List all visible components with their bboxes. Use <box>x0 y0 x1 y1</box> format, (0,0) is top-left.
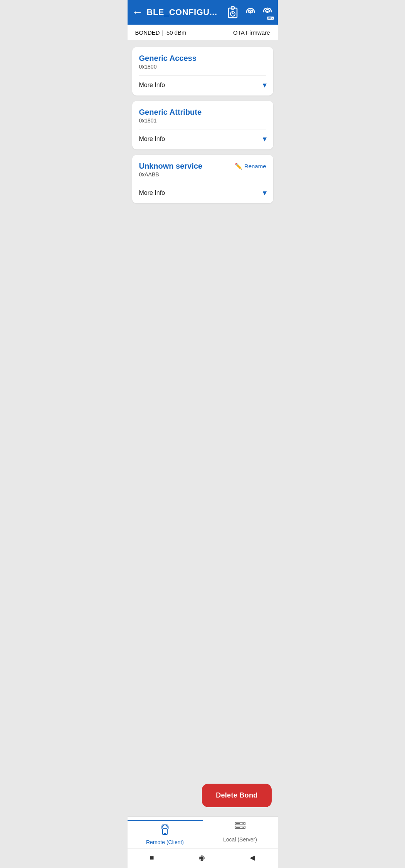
system-square-button[interactable]: ■ <box>150 854 154 862</box>
service-uuid: 0x1801 <box>139 117 202 124</box>
chevron-down-icon: ▾ <box>263 81 266 89</box>
service-title-block: Generic Access 0x1800 <box>139 54 197 70</box>
system-back-button[interactable]: ◀ <box>250 853 255 862</box>
service-name: Generic Attribute <box>139 108 202 117</box>
nav-label-remote: Remote (Client) <box>146 839 184 845</box>
top-bar: ← BLE_CONFIGU... <box>128 0 278 25</box>
service-uuid: 0x1800 <box>139 64 197 70</box>
service-card-generic-attribute: Generic Attribute 0x1801 More Info ▾ <box>132 101 273 149</box>
service-name: Generic Access <box>139 54 197 63</box>
rename-icon: ✏️ <box>235 163 242 170</box>
service-name: Unknown service <box>139 162 203 171</box>
service-uuid: 0xAABB <box>139 171 203 178</box>
mtu-label: MTU <box>267 17 274 20</box>
nav-item-remote-client[interactable]: Remote (Client) <box>128 820 203 847</box>
nav-item-local-server[interactable]: Local (Server) <box>203 820 278 844</box>
delete-bond-button[interactable]: Delete Bond <box>202 784 271 807</box>
top-bar-icons: MTU <box>228 6 273 18</box>
status-bar: BONDED | -50 dBm OTA Firmware <box>128 25 278 41</box>
delete-bond-area: Delete Bond <box>128 778 278 816</box>
more-info-label: More Info <box>139 189 165 196</box>
svg-rect-8 <box>164 833 166 834</box>
more-info-label: More Info <box>139 136 165 142</box>
more-info-row[interactable]: More Info ▾ <box>139 183 266 203</box>
server-icon <box>234 821 246 835</box>
system-nav: ■ ◉ ◀ <box>128 848 278 868</box>
more-info-row[interactable]: More Info ▾ <box>139 75 266 96</box>
remote-icon <box>160 823 170 838</box>
service-card-unknown-service: Unknown service 0xAABB ✏️ Rename More In… <box>132 155 273 203</box>
main-content: Generic Access 0x1800 More Info ▾ Generi… <box>128 41 278 778</box>
more-info-label: More Info <box>139 82 165 89</box>
bottom-nav: Remote (Client) Local (Server) <box>128 816 278 848</box>
svg-point-10 <box>243 823 244 824</box>
service-header: Unknown service 0xAABB ✏️ Rename <box>139 162 266 178</box>
more-info-row[interactable]: More Info ▾ <box>139 129 266 149</box>
service-header: Generic Attribute 0x1801 <box>139 108 266 124</box>
mtu-icon[interactable]: MTU <box>262 7 273 18</box>
clipboard-clock-icon[interactable] <box>228 6 239 18</box>
service-card-generic-access: Generic Access 0x1800 More Info ▾ <box>132 47 273 96</box>
service-title-block: Generic Attribute 0x1801 <box>139 108 202 124</box>
back-button[interactable]: ← <box>132 6 143 18</box>
svg-point-6 <box>266 11 269 13</box>
svg-point-12 <box>243 827 244 828</box>
signal-icon[interactable] <box>245 7 256 18</box>
chevron-down-icon: ▾ <box>263 135 266 143</box>
nav-label-server: Local (Server) <box>223 836 257 843</box>
svg-point-5 <box>249 11 252 13</box>
rename-button[interactable]: ✏️ Rename <box>235 163 266 170</box>
page-title: BLE_CONFIGU... <box>147 7 224 17</box>
connection-status: BONDED | -50 dBm <box>135 29 187 36</box>
system-circle-button[interactable]: ◉ <box>199 853 205 862</box>
service-header: Generic Access 0x1800 <box>139 54 266 70</box>
chevron-down-icon: ▾ <box>263 189 266 197</box>
rename-label: Rename <box>244 163 266 169</box>
ota-firmware-button[interactable]: OTA Firmware <box>233 29 270 36</box>
service-title-block: Unknown service 0xAABB <box>139 162 203 178</box>
